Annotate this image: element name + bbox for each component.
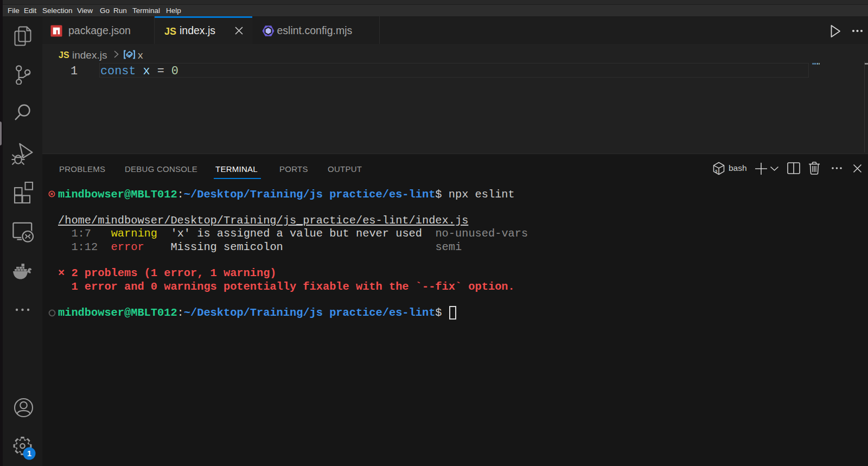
svg-text:1: 1 — [27, 449, 31, 458]
svg-text:$: $ — [715, 169, 718, 174]
